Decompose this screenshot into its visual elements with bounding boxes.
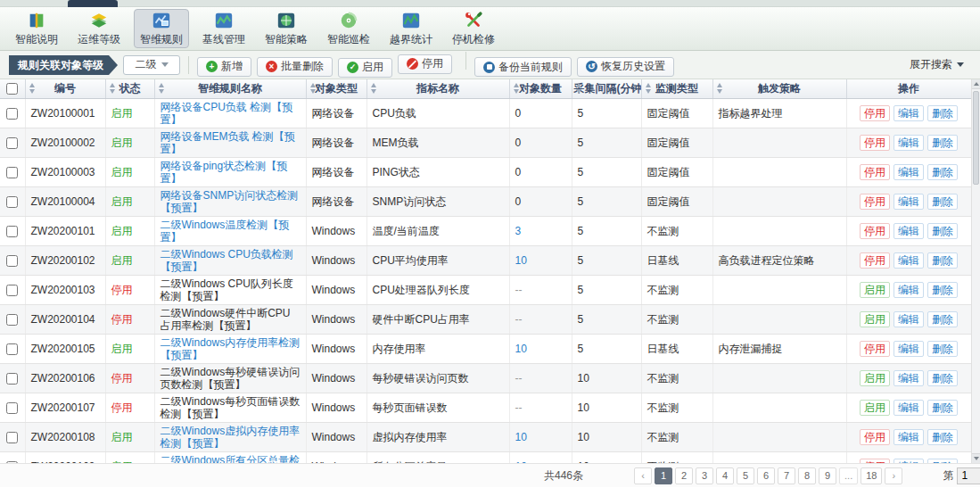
row-edit-button[interactable]: 编辑 <box>894 105 924 121</box>
page-button-2[interactable]: 2 <box>675 467 693 484</box>
row-delete-button[interactable]: 删除 <box>927 223 958 239</box>
row-checkbox[interactable] <box>6 285 18 296</box>
page-button-3[interactable]: 3 <box>696 467 713 484</box>
row-checkbox[interactable] <box>6 255 18 267</box>
toolbar-item-shutdown-maintenance[interactable]: 停机检修 <box>446 9 501 48</box>
toolbar-item-ops-level[interactable]: 运维等级 <box>71 9 127 48</box>
row-disable-button[interactable]: 停用 <box>860 135 890 151</box>
page-button-8[interactable]: 8 <box>798 467 816 484</box>
toolbar-item-smart-inspection[interactable]: 智能巡检 <box>321 9 376 48</box>
row-edit-button[interactable]: 编辑 <box>894 459 924 464</box>
backup-rules-button[interactable]: 备份当前规则 <box>474 57 572 77</box>
disable-button[interactable]: 停用 <box>398 54 452 74</box>
row-checkbox[interactable] <box>6 343 18 355</box>
column-header-4[interactable]: 指标名称 <box>366 79 509 98</box>
row-edit-button[interactable]: 编辑 <box>894 311 924 327</box>
scrollbar-thumb[interactable] <box>973 91 979 185</box>
next-page-button[interactable]: › <box>885 467 902 484</box>
rule-name-link[interactable]: 网络设备CPU负载 检测【预置】 <box>161 101 293 126</box>
row-checkbox[interactable] <box>6 402 18 414</box>
toolbar-item-smart-help[interactable]: 智能说明 <box>9 9 64 48</box>
page-button-6[interactable]: 6 <box>757 467 775 484</box>
vertical-scrollbar[interactable] <box>971 79 980 463</box>
row-edit-button[interactable]: 编辑 <box>894 223 924 239</box>
row-checkbox[interactable] <box>6 314 18 326</box>
column-header-1[interactable]: 状态 <box>105 79 154 98</box>
enable-button[interactable]: 启用 <box>338 58 392 78</box>
row-edit-button[interactable]: 编辑 <box>894 282 924 298</box>
page-button-5[interactable]: 5 <box>737 467 754 484</box>
toolbar-item-smart-rules[interactable]: 智维规则 <box>134 9 189 48</box>
object-count-link[interactable]: 10 <box>515 460 527 464</box>
object-count-link[interactable]: 10 <box>515 431 527 443</box>
restore-history-button[interactable]: 恢复历史设置 <box>577 57 674 77</box>
expand-search-toggle[interactable]: 展开搜索 <box>910 57 964 72</box>
rule-name-link[interactable]: 二级Windows所有分区总量检测【预置】 <box>161 454 301 464</box>
column-header-3[interactable]: 对象类型 <box>306 79 366 98</box>
page-button-7[interactable]: 7 <box>778 467 795 484</box>
row-edit-button[interactable]: 编辑 <box>894 194 924 210</box>
scroll-down-button[interactable] <box>972 453 980 463</box>
row-delete-button[interactable]: 删除 <box>927 429 958 445</box>
row-edit-button[interactable]: 编辑 <box>894 135 924 151</box>
column-header-7[interactable]: 监测类型 <box>641 79 712 98</box>
toolbar-item-overrun-stats[interactable]: 越界统计 <box>383 9 439 48</box>
page-button-18[interactable]: 18 <box>861 467 882 484</box>
row-disable-button[interactable]: 停用 <box>860 194 890 210</box>
row-checkbox[interactable] <box>6 461 18 463</box>
row-delete-button[interactable]: 删除 <box>927 164 958 180</box>
page-button-4[interactable]: 4 <box>716 467 734 484</box>
row-disable-button[interactable]: 停用 <box>860 429 890 445</box>
row-edit-button[interactable]: 编辑 <box>894 252 924 269</box>
row-edit-button[interactable]: 编辑 <box>894 400 924 416</box>
row-checkbox[interactable] <box>6 196 18 208</box>
row-disable-button[interactable]: 停用 <box>860 223 890 239</box>
object-count-link[interactable]: 10 <box>515 254 527 267</box>
page-button-9[interactable]: 9 <box>819 467 836 484</box>
column-header-9[interactable]: 操作 <box>846 79 971 98</box>
row-delete-button[interactable]: 删除 <box>927 135 958 151</box>
scroll-up-button[interactable] <box>972 79 980 89</box>
row-enable-button[interactable]: 启用 <box>860 282 890 298</box>
column-header-6[interactable]: 采集间隔(分钟) <box>572 79 641 98</box>
level-dropdown[interactable]: 二级 <box>123 55 180 75</box>
row-checkbox[interactable] <box>6 167 18 178</box>
rule-name-link[interactable]: 二级Windows虚拟内存使用率检测【预置】 <box>161 425 301 450</box>
row-checkbox[interactable] <box>6 137 18 149</box>
object-count-link[interactable]: 3 <box>515 225 522 237</box>
rule-name-link[interactable]: 网络设备MEM负载 检测【预置】 <box>161 130 295 155</box>
object-count-link[interactable]: 10 <box>515 343 527 355</box>
row-checkbox[interactable] <box>6 432 18 443</box>
row-delete-button[interactable]: 删除 <box>927 341 958 357</box>
toolbar-item-smart-strategy[interactable]: 智能策略 <box>259 9 314 48</box>
add-button[interactable]: 新增 <box>197 57 251 77</box>
rule-name-link[interactable]: 网络设备ping状态检测【预置】 <box>161 160 288 185</box>
rule-name-link[interactable]: 网络设备SNMP访问状态检测【预置】 <box>161 189 299 214</box>
row-checkbox[interactable] <box>6 108 18 120</box>
row-checkbox[interactable] <box>6 373 18 385</box>
select-all-checkbox[interactable] <box>6 83 18 95</box>
column-header-0[interactable]: 编号 <box>25 79 105 98</box>
toolbar-item-baseline-mgmt[interactable]: 基线管理 <box>196 9 251 48</box>
rule-name-link[interactable]: 二级Windows温度检测【预置】 <box>161 219 290 244</box>
row-delete-button[interactable]: 删除 <box>927 370 958 386</box>
row-delete-button[interactable]: 删除 <box>927 400 958 416</box>
page-button-1[interactable]: 1 <box>655 467 672 484</box>
row-disable-button[interactable]: 停用 <box>860 105 890 121</box>
row-edit-button[interactable]: 编辑 <box>894 370 924 386</box>
row-delete-button[interactable]: 删除 <box>927 252 958 269</box>
row-enable-button[interactable]: 启用 <box>860 400 890 416</box>
row-edit-button[interactable]: 编辑 <box>894 341 924 357</box>
row-delete-button[interactable]: 删除 <box>927 282 958 298</box>
batch-delete-button[interactable]: 批量删除 <box>257 57 333 77</box>
column-header-8[interactable]: 触发策略 <box>712 79 846 98</box>
row-delete-button[interactable]: 删除 <box>927 311 958 327</box>
column-header-5[interactable]: 对象数量 <box>509 79 572 98</box>
row-delete-button[interactable]: 删除 <box>927 105 958 121</box>
active-tab-fragment[interactable] <box>68 0 118 7</box>
row-delete-button[interactable]: 删除 <box>927 194 958 210</box>
row-disable-button[interactable]: 停用 <box>860 164 890 180</box>
row-disable-button[interactable]: 停用 <box>860 341 890 357</box>
row-checkbox[interactable] <box>6 226 18 237</box>
row-disable-button[interactable]: 停用 <box>860 459 890 464</box>
